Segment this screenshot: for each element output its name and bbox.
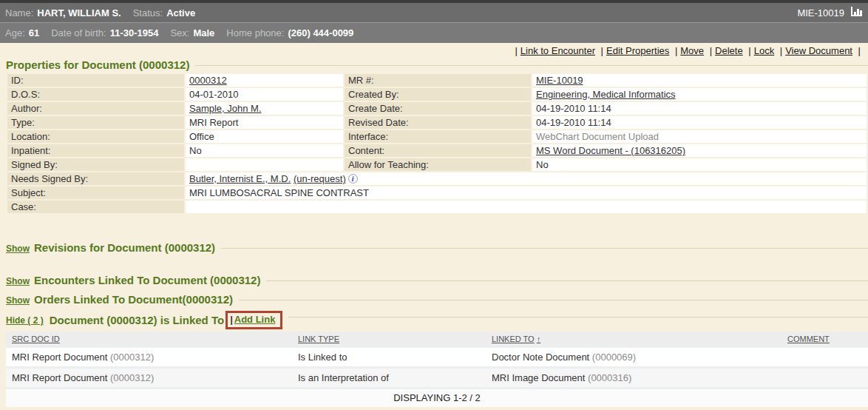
link-to-encounter-link[interactable]: Link to Encounter	[521, 45, 595, 56]
field-label-type: Type:	[7, 116, 184, 129]
linked-to-title: Document (0000312) is Linked To	[50, 314, 224, 326]
field-value-id: 0000312	[186, 74, 343, 87]
field-value-content: MS Word Document - (106316205)	[532, 144, 867, 157]
table-row: Case:	[7, 201, 867, 213]
add-link-button[interactable]: Add Link	[234, 314, 276, 325]
col-header-comment: COMMENT	[781, 332, 868, 346]
heading-rule	[266, 280, 868, 281]
separator: |	[858, 45, 861, 56]
mr-link[interactable]: MIE-10019	[536, 75, 583, 86]
field-value-allow-teaching: No	[532, 158, 867, 171]
sort-src-doc-id[interactable]: SRC DOC ID	[12, 335, 60, 343]
separator: |	[710, 45, 712, 56]
field-label-create-date: Create Date:	[345, 102, 531, 115]
view-document-link[interactable]: View Document	[785, 45, 852, 56]
content-link[interactable]: MS Word Document - (106316205)	[536, 145, 685, 156]
field-label-needs-signed-by: Needs Signed By:	[7, 172, 184, 185]
table-row: Signed By: Allow for Teaching: No	[7, 158, 867, 171]
linked-to-id: (0000316)	[588, 372, 631, 383]
field-value-signed-by	[186, 158, 343, 171]
info-icon[interactable]: i	[348, 174, 358, 184]
table-row: Type: MRI Report Revised Date: 04-19-201…	[7, 116, 867, 129]
field-value-needs-signed-by: Butler, Internist E., M.D. (un-request)i	[186, 172, 867, 185]
age-value: 61	[29, 27, 39, 38]
cell-linked-to: MRI Image Document (0000316)	[486, 366, 781, 387]
field-label-dos: D.O.S:	[7, 88, 184, 101]
lock-link[interactable]: Lock	[754, 45, 774, 56]
un-request-link[interactable]: (un-request)	[294, 173, 346, 184]
src-doc-id: (0000312)	[110, 352, 154, 363]
edit-properties-link[interactable]: Edit Properties	[606, 45, 669, 56]
cell-link-type: Is an Interpretation of	[292, 366, 486, 387]
demographics-bar: Age: 61 Date of birth: 11-30-1954 Sex: M…	[0, 22, 868, 43]
field-value-subject: MRI LUMBOSACRAL SPINE CONTRAST	[186, 186, 867, 199]
src-doc-name: MRI Report Document	[12, 372, 107, 383]
field-label-inpatient: Inpatient:	[7, 144, 184, 157]
cell-linked-to: Doctor Note Document (0000069)	[486, 346, 781, 366]
sort-ascending-icon[interactable]: ↑	[537, 335, 541, 343]
heading-rule	[195, 65, 868, 66]
col-header-src-doc-id: SRC DOC ID	[6, 332, 292, 346]
annotation-highlight-box: | Add Link	[226, 311, 282, 329]
sort-link-type[interactable]: LINK TYPE	[298, 335, 339, 343]
status-value: Active	[166, 7, 195, 19]
heading-rule	[221, 248, 868, 249]
field-label-author: Author:	[7, 102, 184, 115]
table-row: MRI Report Document (0000312) Is Linked …	[6, 346, 868, 366]
properties-section-heading: Properties for Document (0000312)	[6, 58, 868, 71]
sex-label: Sex:	[170, 27, 189, 38]
linked-to-section-heading: Hide ( 2 ) Document (0000312) is Linked …	[6, 311, 868, 329]
linked-to-id: (0000069)	[592, 352, 636, 363]
needs-signed-by-link[interactable]: Butler, Internist E., M.D.	[189, 173, 291, 184]
cell-src-doc: MRI Report Document (0000312)	[6, 366, 292, 387]
cell-link-type: Is Linked to	[292, 346, 486, 366]
table-row: Location: Office Interface: WebChart Doc…	[7, 130, 867, 143]
show-orders-link[interactable]: Show	[6, 295, 30, 306]
table-row: Needs Signed By: Butler, Internist E., M…	[7, 172, 867, 185]
encounters-section-heading: Show Encounters Linked To Document (0000…	[6, 274, 868, 286]
sort-linked-to[interactable]: LINKED TO	[492, 335, 535, 343]
table-row: Inpatient: No Content: MS Word Document …	[7, 144, 867, 157]
document-actions-bar: |Link to Encounter |Edit Properties |Mov…	[0, 43, 868, 58]
table-row: ID: 0000312 MR #: MIE-10019	[7, 74, 867, 87]
separator: |	[230, 314, 233, 325]
field-value-revised-date: 04-19-2010 11:14	[532, 116, 867, 129]
created-by-link[interactable]: Engineering, Medical Informatics	[536, 89, 676, 100]
delete-link[interactable]: Delete	[715, 45, 743, 56]
field-label-subject: Subject:	[7, 186, 184, 199]
field-label-mr: MR #:	[345, 74, 531, 87]
field-label-case: Case:	[7, 201, 184, 213]
field-value-location: Office	[186, 130, 343, 143]
encounters-title: Encounters Linked To Document (0000312)	[34, 274, 260, 286]
field-label-interface: Interface:	[345, 130, 531, 143]
table-row: MRI Report Document (0000312) Is an Inte…	[6, 366, 868, 387]
dob-value: 11-30-1954	[110, 27, 159, 38]
field-value-inpatient: No	[186, 144, 343, 157]
author-link[interactable]: Sample, John M.	[189, 103, 262, 114]
revisions-section-heading: Show Revisions for Document (0000312)	[6, 241, 868, 254]
id-link[interactable]: 0000312	[189, 75, 227, 86]
linked-to-name: MRI Image Document	[492, 372, 585, 383]
orders-title: Orders Linked To Document(0000312)	[34, 293, 233, 306]
show-revisions-link[interactable]: Show	[6, 243, 30, 254]
separator: |	[515, 45, 517, 56]
sex-value: Male	[193, 27, 214, 38]
field-value-dos: 04-01-2010	[186, 88, 343, 101]
field-label-signed-by: Signed By:	[7, 158, 184, 171]
hide-linked-link[interactable]: Hide ( 2 )	[6, 315, 44, 326]
revisions-title: Revisions for Document (0000312)	[34, 241, 215, 254]
linked-documents-table: SRC DOC ID LINK TYPE LINKED TO ↑ COMMENT…	[6, 332, 868, 407]
cell-src-doc: MRI Report Document (0000312)	[6, 346, 292, 366]
table-header-row: SRC DOC ID LINK TYPE LINKED TO ↑ COMMENT	[6, 332, 868, 346]
bar-chart-icon[interactable]	[850, 6, 863, 19]
field-label-created-by: Created By:	[345, 88, 531, 101]
paging-status: DISPLAYING 1-2 / 2	[6, 387, 868, 407]
move-link[interactable]: Move	[680, 45, 704, 56]
field-value-case	[186, 201, 867, 213]
show-encounters-link[interactable]: Show	[6, 276, 30, 286]
col-header-link-type: LINK TYPE	[292, 332, 486, 346]
field-value-interface: WebChart Document Upload	[532, 130, 867, 143]
src-doc-id: (0000312)	[110, 372, 154, 383]
properties-table: ID: 0000312 MR #: MIE-10019 D.O.S: 04-01…	[6, 73, 868, 215]
sort-comment[interactable]: COMMENT	[787, 335, 830, 343]
